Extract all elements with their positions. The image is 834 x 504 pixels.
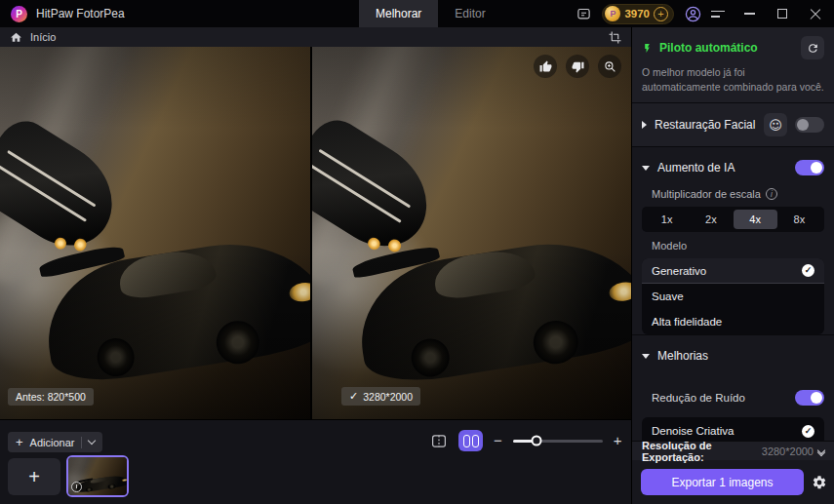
export-settings-gear-icon[interactable] — [812, 475, 827, 490]
zoom-in-icon[interactable] — [598, 55, 621, 78]
model-option-alta-fidelidade[interactable]: Alta fidelidade — [642, 309, 824, 334]
plus-icon — [16, 435, 23, 449]
after-photo-scene — [312, 47, 631, 419]
button-divider — [81, 437, 82, 448]
menu-icon[interactable] — [705, 0, 733, 27]
ai-upscale-toggle[interactable] — [795, 160, 824, 175]
account-icon[interactable] — [680, 0, 705, 27]
titlebar-actions: 3970 — [571, 0, 832, 27]
face-restoration-label: Restauração Facial — [655, 118, 756, 132]
selected-check-icon — [802, 264, 814, 277]
add-image-tile[interactable] — [8, 458, 60, 495]
home-icon[interactable] — [10, 31, 22, 44]
noise-reduction-toggle[interactable] — [795, 390, 824, 406]
scale-option-4x[interactable]: 4x — [734, 210, 777, 229]
close-button[interactable] — [799, 0, 832, 27]
image-thumbnail[interactable] — [66, 455, 129, 497]
denoise-model-option[interactable]: Denoise Criativa — [642, 417, 824, 441]
comparison-viewer: Antes: 820*500 — [0, 47, 631, 419]
export-button[interactable]: Exportar 1 imagens — [641, 469, 804, 495]
autopilot-description: O melhor modelo já foi automaticamente c… — [642, 65, 824, 95]
app-logo-icon — [11, 6, 27, 22]
model-list: Generativo Suave Alta fidelidade — [642, 258, 824, 334]
before-image[interactable]: Antes: 820*500 — [0, 47, 310, 419]
before-resolution-badge: Antes: 820*500 — [8, 388, 94, 406]
model-label: Modelo — [652, 240, 687, 252]
collapse-arrow-icon[interactable] — [642, 166, 650, 171]
after-image[interactable]: 3280*2000 — [312, 47, 631, 419]
model-option-suave[interactable]: Suave — [642, 284, 824, 309]
expand-arrow-icon[interactable] — [642, 121, 647, 129]
zoom-slider-knob[interactable] — [531, 436, 541, 446]
thumbs-down-icon[interactable] — [566, 55, 589, 78]
title-bar: HitPaw FotorPea Melhorar Editor 3970 — [0, 0, 834, 27]
add-credits-icon[interactable] — [654, 7, 668, 21]
breadcrumb-bar: Início — [0, 27, 631, 47]
selected-check-icon — [802, 425, 814, 438]
scale-option-1x[interactable]: 1x — [645, 210, 689, 229]
scale-multiplier-label: Multiplicador de escala — [652, 188, 761, 200]
export-resolution-label: Resolução de Exportação: — [642, 440, 757, 463]
tab-melhorar[interactable]: Melhorar — [359, 0, 438, 27]
face-restoration-section[interactable]: Restauração Facial — [632, 103, 834, 146]
face-restoration-toggle[interactable] — [795, 117, 824, 133]
app-window: HitPaw FotorPea Melhorar Editor 3970 — [0, 0, 834, 504]
credits-count: 3970 — [624, 8, 650, 19]
scale-selector: 1x 2x 4x 8x — [642, 207, 824, 232]
refresh-icon[interactable] — [801, 36, 824, 59]
crop-icon[interactable] — [609, 31, 621, 44]
enhancements-section: Melhorias Redução de Ruído Denoise Criat… — [632, 335, 834, 441]
autopilot-section: Piloto automático O melhor modelo já foi… — [632, 27, 834, 102]
zoom-in-button[interactable] — [614, 432, 622, 449]
thumbnail-status-icon — [71, 482, 82, 492]
add-image-button[interactable]: Adicionar — [8, 432, 102, 452]
main-tabs: Melhorar Editor — [359, 0, 502, 27]
autopilot-title: Piloto automático — [659, 41, 794, 55]
scale-option-8x[interactable]: 8x — [777, 210, 821, 229]
export-row: Exportar 1 imagens — [632, 460, 834, 504]
collapse-arrow-icon[interactable] — [642, 354, 650, 359]
after-image-actions — [534, 55, 621, 78]
zoom-out-button[interactable] — [494, 432, 502, 449]
feedback-icon[interactable] — [571, 0, 596, 27]
side-by-side-view-icon[interactable] — [458, 430, 483, 451]
app-title: HitPaw FotorPea — [36, 7, 125, 20]
after-resolution-badge: 3280*2000 — [341, 387, 420, 406]
settings-panel: Piloto automático O melhor modelo já foi… — [631, 27, 834, 504]
ai-upscale-section: Aumento de IA Multiplicador de escala 1x… — [632, 147, 834, 334]
check-icon — [349, 390, 358, 403]
tab-editor[interactable]: Editor — [438, 0, 501, 27]
coin-icon — [605, 6, 620, 21]
thumbs-up-icon[interactable] — [534, 55, 557, 78]
ai-upscale-label: Aumento de IA — [657, 161, 787, 174]
lightning-bolt-icon — [642, 42, 653, 55]
model-option-generativo[interactable]: Generativo — [642, 258, 824, 284]
double-chevron-down-icon[interactable] — [818, 447, 824, 455]
maximize-button[interactable] — [766, 0, 799, 27]
denoise-model-list: Denoise Criativa — [642, 417, 824, 441]
view-controls — [430, 430, 622, 451]
scale-option-2x[interactable]: 2x — [689, 210, 733, 229]
noise-reduction-label: Redução de Ruído — [652, 392, 787, 404]
export-resolution-value: 3280*2000 — [762, 446, 814, 457]
chevron-down-icon[interactable] — [88, 437, 96, 445]
smiley-face-icon[interactable] — [764, 113, 787, 136]
info-icon[interactable] — [766, 188, 777, 200]
enhancements-label: Melhorias — [657, 349, 824, 363]
split-view-icon[interactable] — [430, 433, 448, 449]
before-photo-scene — [0, 47, 310, 419]
home-label[interactable]: Início — [30, 31, 56, 43]
zoom-slider[interactable] — [513, 440, 603, 443]
export-resolution-bar[interactable]: Resolução de Exportação: 3280*2000 — [632, 441, 834, 460]
bottom-bar: Adicionar — [0, 419, 631, 504]
minimize-button[interactable] — [733, 0, 766, 27]
credits-badge[interactable]: 3970 — [602, 4, 674, 24]
